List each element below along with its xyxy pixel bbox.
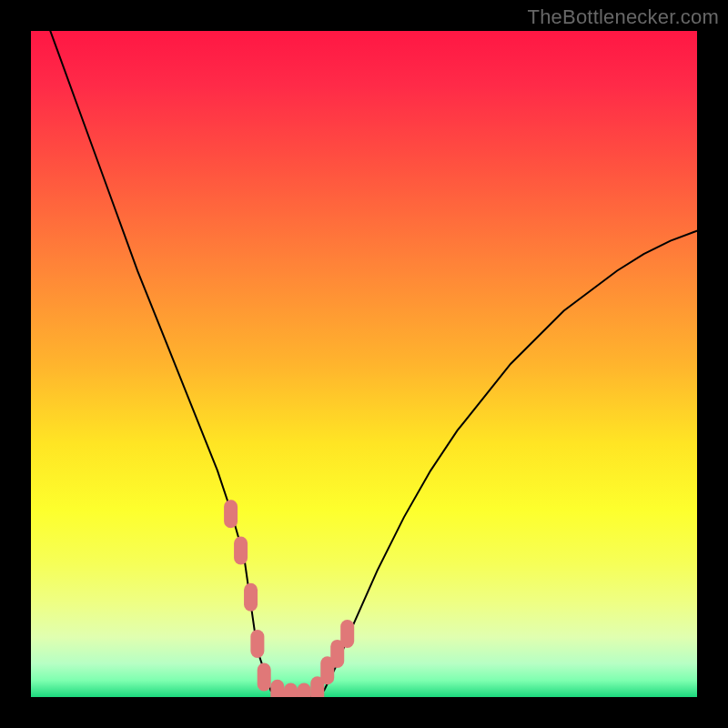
plot-area	[31, 31, 697, 697]
chart-frame: TheBottlenecker.com	[0, 0, 728, 728]
watermark-text: TheBottlenecker.com	[528, 5, 719, 29]
bottleneck-chart	[31, 31, 697, 697]
gradient-background	[31, 31, 697, 697]
